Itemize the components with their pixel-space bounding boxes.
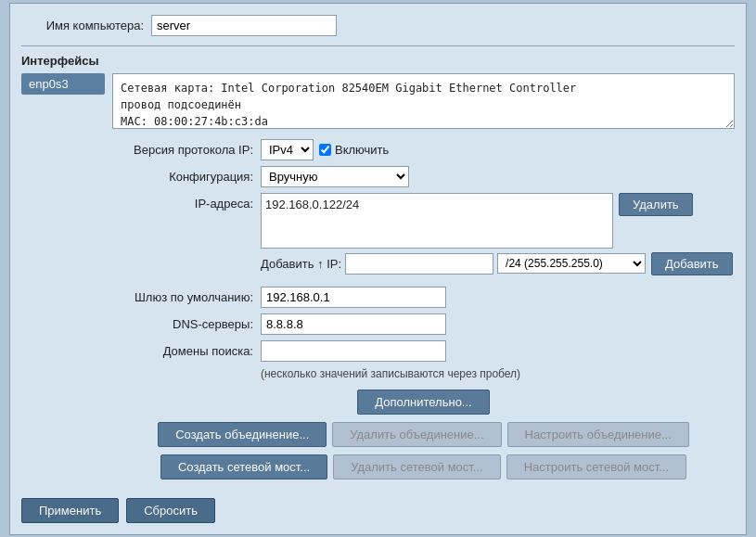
ip-version-label: Версия протокола IP: — [112, 143, 261, 157]
computer-name-input[interactable] — [151, 15, 337, 36]
subnet-select[interactable]: /24 (255.255.255.0) /8 (255.0.0.0) /16 (… — [497, 253, 646, 274]
interface-item-enp0s3[interactable]: enp0s3 — [21, 73, 105, 95]
apply-button[interactable]: Применить — [21, 498, 119, 523]
dns-input[interactable] — [261, 313, 446, 335]
config-row: Конфигурация: Вручную DHCP Отключено — [112, 166, 735, 187]
interfaces-section: enp0s3 Версия протокола IP: IPv4 IPv6 Вк… — [21, 73, 735, 487]
add-ip-row: Добавить ↑ IP: /24 (255.255.255.0) /8 (2… — [261, 252, 735, 275]
bottom-bar: Применить Сбросить — [21, 498, 735, 523]
create-bonding-button[interactable]: Создать объединение... — [158, 422, 327, 447]
ip-version-row: Версия протокола IP: IPv4 IPv6 Включить — [112, 139, 735, 160]
main-window: Имя компьютера: Интерфейсы enp0s3 Версия… — [9, 3, 747, 535]
ip-addresses-area: IP-адреса: 192.168.0.122/24 Удалить Доба… — [112, 193, 735, 281]
bridge-row: Создать сетевой мост... Удалить сетевой … — [112, 454, 735, 479]
gateway-label: Шлюз по умолчанию: — [112, 290, 261, 304]
search-domains-label: Домены поиска: — [112, 344, 261, 358]
reset-button[interactable]: Сбросить — [126, 498, 215, 523]
gateway-input[interactable] — [261, 287, 446, 308]
ip-addresses-label: IP-адреса: — [112, 193, 261, 211]
hint-text: (несколько значений записываются через п… — [261, 367, 735, 380]
enable-label: Включить — [335, 143, 389, 157]
create-bridge-button[interactable]: Создать сетевой мост... — [160, 454, 327, 479]
interface-list: enp0s3 — [21, 73, 105, 487]
dns-row: DNS-серверы: — [112, 313, 735, 335]
ip-list-box: 192.168.0.122/24 — [261, 193, 613, 249]
add-ip-input[interactable] — [345, 253, 493, 275]
interfaces-label: Интерфейсы — [21, 54, 735, 68]
gateway-row: Шлюз по умолчанию: — [112, 287, 735, 308]
enable-checkbox[interactable] — [319, 144, 331, 156]
search-domains-input[interactable] — [261, 340, 446, 362]
interface-detail: Версия протокола IP: IPv4 IPv6 Включить … — [112, 73, 735, 487]
delete-ip-button[interactable]: Удалить — [619, 193, 693, 216]
add-ip-label: Добавить ↑ IP: — [261, 257, 341, 271]
delete-bonding-button: Удалить объединение... — [332, 422, 501, 447]
ip-version-select[interactable]: IPv4 IPv6 — [261, 139, 314, 160]
advanced-btn-row: Дополнительно... — [112, 390, 735, 415]
computer-name-label: Имя компьютера: — [21, 19, 151, 32]
delete-bridge-button: Удалить сетевой мост... — [333, 454, 500, 479]
config-select[interactable]: Вручную DHCP Отключено — [261, 166, 409, 187]
add-ip-button[interactable]: Добавить — [651, 252, 732, 275]
configure-bridge-button: Настроить сетевой мост... — [506, 454, 686, 479]
card-info-textarea[interactable] — [112, 73, 735, 129]
advanced-button[interactable]: Дополнительно... — [357, 390, 489, 415]
config-label: Конфигурация: — [112, 170, 261, 184]
search-domains-row: Домены поиска: — [112, 340, 735, 362]
ip-list-entry: 192.168.0.122/24 — [265, 198, 609, 211]
computer-name-row: Имя компьютера: — [21, 15, 735, 36]
dns-label: DNS-серверы: — [112, 317, 261, 331]
divider — [21, 45, 735, 46]
configure-bonding-button: Настроить объединение... — [507, 422, 689, 447]
bonding-row: Создать объединение... Удалить объединен… — [112, 422, 735, 447]
